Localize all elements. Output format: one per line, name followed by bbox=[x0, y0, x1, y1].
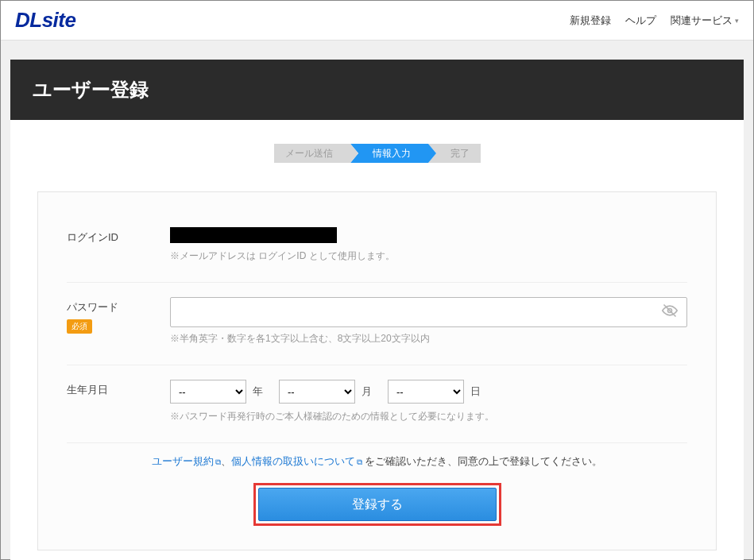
app-window: DLsite 新規登録 ヘルプ 関連サービス ▾ ユーザー登録 メール送信 情報… bbox=[0, 0, 754, 560]
birth-day-select[interactable]: -- bbox=[388, 380, 464, 404]
password-label: パスワード bbox=[67, 300, 170, 315]
password-value: ※半角英字・数字を各1文字以上含む、8文字以上20文字以内 bbox=[170, 297, 687, 346]
login-id-hint: ※メールアドレスは ログインID として使用します。 bbox=[170, 249, 687, 263]
row-password: パスワード 必須 bbox=[67, 283, 687, 365]
birth-month-select[interactable]: -- bbox=[279, 380, 355, 404]
header-nav: 新規登録 ヘルプ 関連サービス ▾ bbox=[570, 14, 739, 28]
birth-year-select[interactable]: -- bbox=[170, 380, 246, 404]
day-unit: 日 bbox=[470, 384, 481, 399]
site-logo[interactable]: DLsite bbox=[15, 8, 75, 33]
nav-help[interactable]: ヘルプ bbox=[625, 14, 656, 28]
agreement-sep: 、 bbox=[221, 455, 231, 467]
birthdate-value: -- 年 -- 月 -- 日 ※パスワード再発行時の bbox=[170, 380, 687, 423]
step-mail-send: メール送信 bbox=[274, 144, 350, 163]
registration-form: ログインID ※メールアドレスは ログインID として使用します。 パスワード … bbox=[37, 191, 717, 550]
row-birthdate: 生年月日 -- 年 -- 月 -- bbox=[67, 365, 687, 443]
submit-button[interactable]: 登録する bbox=[258, 488, 497, 521]
progress-steps: メール送信 情報入力 完了 bbox=[10, 144, 744, 163]
step-info-input: 情報入力 bbox=[350, 144, 428, 163]
password-hint: ※半角英字・数字を各1文字以上含む、8文字以上20文字以内 bbox=[170, 332, 687, 346]
birthdate-selects: -- 年 -- 月 -- 日 bbox=[170, 380, 687, 404]
header: DLsite 新規登録 ヘルプ 関連サービス ▾ bbox=[1, 1, 753, 41]
toggle-visibility-icon[interactable] bbox=[662, 303, 678, 322]
agreement-tail: をご確認いただき、同意の上で登録してください。 bbox=[362, 455, 603, 467]
submit-highlight-frame: 登録する bbox=[253, 483, 501, 526]
chevron-down-icon: ▾ bbox=[735, 17, 739, 25]
page-body: ユーザー登録 メール送信 情報入力 完了 ログインID ※メールアドレスは ログ… bbox=[1, 41, 753, 560]
required-badge: 必須 bbox=[67, 319, 92, 334]
row-login-id: ログインID ※メールアドレスは ログインID として使用します。 bbox=[67, 213, 687, 283]
login-id-redacted bbox=[170, 227, 337, 243]
submit-wrap: 登録する bbox=[67, 483, 687, 526]
page-title: ユーザー登録 bbox=[10, 60, 744, 120]
nav-register[interactable]: 新規登録 bbox=[570, 14, 611, 28]
agreement-text: ユーザー規約⧉、個人情報の取扱いについて⧉ をご確認いただき、同意の上で登録して… bbox=[67, 454, 687, 469]
month-unit: 月 bbox=[362, 384, 372, 399]
birthdate-hint: ※パスワード再発行時のご本人様確認のための情報として必要になります。 bbox=[170, 410, 687, 423]
login-id-label: ログインID bbox=[67, 227, 170, 245]
login-id-value: ※メールアドレスは ログインID として使用します。 bbox=[170, 227, 687, 263]
password-label-col: パスワード 必須 bbox=[67, 297, 170, 334]
external-link-icon: ⧉ bbox=[215, 458, 221, 466]
year-unit: 年 bbox=[253, 384, 263, 399]
terms-link[interactable]: ユーザー規約⧉ bbox=[152, 455, 221, 467]
external-link-icon: ⧉ bbox=[357, 458, 362, 466]
password-input-wrap bbox=[170, 297, 687, 327]
nav-related-label: 関連サービス bbox=[671, 14, 733, 28]
password-input[interactable] bbox=[170, 297, 687, 327]
content: メール送信 情報入力 完了 ログインID ※メールアドレスは ログインID とし… bbox=[10, 120, 744, 560]
birthdate-label: 生年月日 bbox=[67, 380, 170, 397]
privacy-link[interactable]: 個人情報の取扱いについて⧉ bbox=[231, 455, 362, 467]
nav-related-services[interactable]: 関連サービス ▾ bbox=[671, 14, 739, 28]
